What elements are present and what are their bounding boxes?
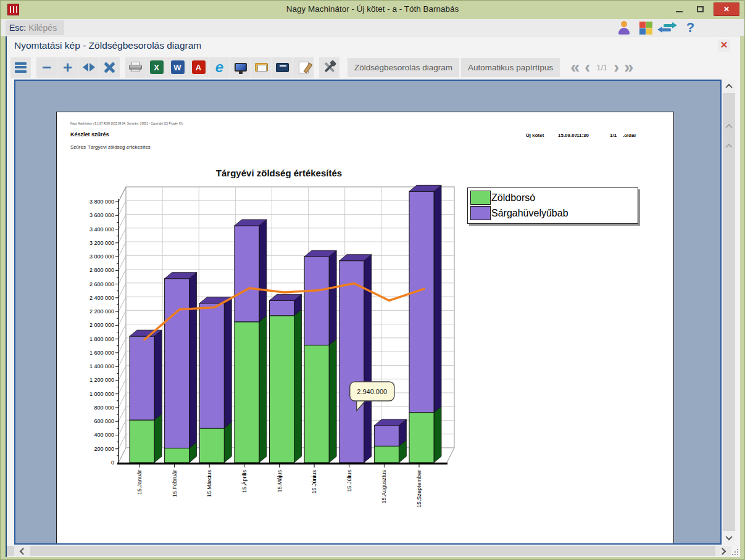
export-excel-button[interactable]: X — [146, 57, 167, 78]
header-volume: Új kötet — [526, 133, 544, 138]
header-time: 11:30 — [576, 133, 589, 138]
esc-key-label: Esc: — [9, 23, 26, 33]
svg-text:15.Július: 15.Július — [346, 470, 352, 492]
fit-width-icon — [83, 63, 88, 72]
export-word-button[interactable]: W — [167, 57, 188, 78]
legend-item: Sárgahüvelyűbab — [470, 205, 638, 221]
word-icon: W — [171, 60, 185, 74]
last-page-button[interactable]: » — [624, 59, 633, 76]
print-preview-panel: Nyomtatási kép - Zöldségbesorolás diagra… — [6, 36, 740, 557]
archive-button[interactable] — [272, 57, 293, 78]
window-title: Nagy Machinátor - Új kötet - a - Tóth Ba… — [1, 4, 744, 14]
title-bar: Nagy Machinátor - Új kötet - a - Tóth Ba… — [1, 1, 744, 19]
minimize-icon — [676, 11, 683, 12]
fit-width-button[interactable] — [78, 57, 99, 78]
next-page-button[interactable]: › — [614, 59, 619, 76]
horizontal-scrollbar[interactable] — [7, 546, 731, 556]
svg-text:0: 0 — [111, 459, 114, 466]
maximize-icon — [697, 6, 704, 12]
apps-grid-icon — [639, 22, 652, 35]
display-button[interactable] — [230, 57, 251, 78]
mail-icon — [255, 63, 268, 72]
first-page-button[interactable]: « — [570, 59, 580, 76]
page-indicator: 1/1 — [596, 63, 607, 72]
header-date: 15.09.07 — [558, 133, 577, 138]
svg-text:1 600 000: 1 600 000 — [89, 350, 114, 356]
scroll-top-icon[interactable] — [725, 124, 732, 131]
scroll-down-button[interactable] — [723, 531, 735, 545]
legend-label: Zöldborsó — [491, 192, 535, 204]
svg-text:2.940.000: 2.940.000 — [357, 388, 387, 395]
menu-icon — [15, 60, 27, 74]
vertical-scrollbar[interactable] — [723, 80, 735, 545]
svg-text:1 000 000: 1 000 000 — [89, 391, 114, 397]
filter-value: Tárgyévi zöldség értékesítés — [88, 144, 151, 150]
switch-button[interactable] — [660, 20, 676, 36]
legend-swatch-purple — [470, 206, 491, 220]
svg-text:3 400 000: 3 400 000 — [89, 226, 114, 233]
zoom-out-button[interactable]: − — [36, 57, 57, 78]
shortcut-bar: Esc: Kilépés ? — [1, 19, 744, 36]
svg-text:2 200 000: 2 200 000 — [89, 308, 114, 315]
svg-text:15.Augusztus: 15.Augusztus — [381, 470, 387, 504]
chevron-up-icon[interactable] — [725, 144, 732, 150]
scroll-left-button[interactable] — [14, 546, 30, 556]
svg-text:3 600 000: 3 600 000 — [89, 212, 114, 218]
maximize-button[interactable] — [693, 3, 707, 15]
menu-button[interactable] — [10, 57, 31, 78]
close-icon: ✕ — [723, 5, 730, 14]
modules-button[interactable] — [638, 20, 654, 36]
edit-button[interactable] — [293, 57, 314, 78]
svg-text:15.Március: 15.Március — [206, 470, 212, 498]
header-page-suffix: .oldal — [623, 133, 636, 138]
monitor-icon — [235, 63, 247, 72]
close-button[interactable]: ✕ — [714, 2, 739, 16]
chevron-down-icon — [725, 533, 732, 540]
svg-text:600 000: 600 000 — [94, 418, 114, 424]
export-html-button[interactable]: e — [209, 57, 230, 78]
browser-icon: e — [215, 59, 223, 76]
svg-text:3 800 000: 3 800 000 — [89, 199, 114, 205]
scroll-right-button[interactable] — [715, 546, 731, 556]
svg-text:15.Január: 15.Január — [136, 470, 143, 495]
zoom-in-button[interactable]: + — [57, 57, 78, 78]
minimize-button[interactable] — [672, 3, 686, 15]
preview-viewport[interactable]: Nagy Machinátor v3.1.87.4288 2015.09.04.… — [14, 80, 722, 545]
tools-icon — [322, 60, 337, 75]
fit-page-button[interactable] — [99, 57, 120, 78]
swap-arrows-icon — [664, 24, 673, 27]
prev-page-button[interactable]: ‹ — [585, 59, 590, 76]
page-section-title: Készlet szűrés — [70, 131, 109, 138]
chart-select-button[interactable]: Zöldségbesorolás diagram — [348, 58, 459, 77]
pdf-icon: A — [192, 60, 206, 74]
legend-label: Sárgahüvelyűbab — [491, 208, 568, 219]
help-button[interactable]: ? — [682, 20, 699, 36]
svg-text:400 000: 400 000 — [94, 432, 114, 438]
esc-exit-button[interactable]: Esc: Kilépés — [6, 20, 64, 35]
settings-button[interactable] — [319, 57, 339, 78]
svg-text:1 400 000: 1 400 000 — [89, 363, 114, 369]
svg-text:2 400 000: 2 400 000 — [89, 295, 114, 301]
chevron-up-icon — [725, 84, 732, 91]
svg-text:15.Május: 15.Május — [277, 470, 283, 493]
archive-icon — [276, 63, 289, 72]
print-button[interactable] — [125, 57, 146, 78]
export-pdf-button[interactable]: A — [188, 57, 209, 78]
preview-page: Nagy Machinátor v3.1.87.4288 2015.09.04.… — [56, 112, 674, 545]
svg-text:2 800 000: 2 800 000 — [89, 267, 114, 273]
chevron-left-icon — [20, 548, 27, 554]
close-preview-button[interactable]: ✕ — [718, 39, 730, 52]
svg-text:15.Április: 15.Április — [241, 470, 248, 493]
header-page-number: 1/1 — [610, 133, 617, 138]
svg-text:15.Június: 15.Június — [311, 470, 317, 494]
email-button[interactable] — [251, 57, 272, 78]
preview-toolbar: − + X W A e Zöldségbesorolás diagram Aut… — [10, 55, 715, 80]
user-button[interactable] — [615, 20, 632, 36]
svg-text:2 600 000: 2 600 000 — [89, 281, 114, 287]
resize-grip[interactable] — [730, 547, 739, 556]
preview-title: Nyomtatási kép - Zöldségbesorolás diagra… — [14, 40, 201, 51]
paper-type-button[interactable]: Automatikus papírtípus — [461, 58, 560, 77]
scroll-up-button[interactable] — [723, 80, 735, 93]
svg-text:3 200 000: 3 200 000 — [89, 240, 114, 246]
excel-icon: X — [150, 60, 164, 74]
